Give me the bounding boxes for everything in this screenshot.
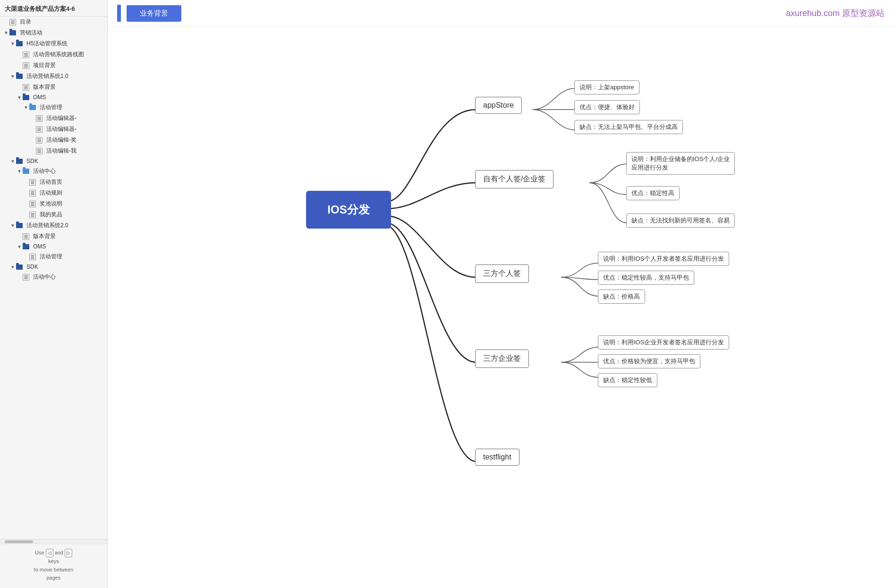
sidebar-item-9[interactable]: 活动编辑器- xyxy=(0,113,107,124)
leaf-3p-2: 优点：稳定性较高，支持马甲包 xyxy=(598,271,694,285)
sidebar-item-label-24: 活动中心 xyxy=(33,273,56,281)
sidebar-item-label-14: 活动中心 xyxy=(33,167,56,175)
sidebar-title: 大渠道业务线产品方案4-6 xyxy=(0,0,107,17)
leaf-own-3: 缺点：无法找到新的可用签名、容易 xyxy=(626,213,735,228)
branch-testflight: testflight xyxy=(475,449,519,466)
sidebar-item-20[interactable]: 版本背景 xyxy=(0,231,107,242)
leaf-own-2: 优点：稳定性高 xyxy=(626,186,680,200)
sidebar-item-label-19: 活动营销系统2.0 xyxy=(26,222,68,230)
sidebar-item-label-17: 奖池说明 xyxy=(40,200,62,208)
leaf-appstore-2: 优点：便捷、体验好 xyxy=(574,100,640,114)
leaf-3e-1: 说明：利用IOS企业开发者签名应用进行分发 xyxy=(598,335,729,349)
footer-and-label: and xyxy=(55,550,63,555)
sidebar-scroll[interactable]: 目录▼营销活动▼H5活动管理系统活动营销系统路线图项目背景▼活动营销系统1.0版… xyxy=(0,17,107,539)
leaf-3p-3: 缺点：价格高 xyxy=(598,290,645,304)
business-background-button[interactable]: 业务背景 xyxy=(127,5,181,22)
sidebar-item-label-3: 活动营销系统路线图 xyxy=(33,51,84,59)
branch-own-sign: 自有个人签/企业签 xyxy=(475,170,553,188)
sidebar-hscroll[interactable] xyxy=(0,539,107,544)
sidebar-item-label-15: 活动首页 xyxy=(40,178,62,186)
sidebar-item-label-5: 活动营销系统1.0 xyxy=(26,72,68,80)
sidebar-item-5[interactable]: ▼活动营销系统1.0 xyxy=(0,71,107,82)
center-node: IOS分发 xyxy=(306,191,391,229)
sidebar-item-1[interactable]: ▼营销活动 xyxy=(0,27,107,38)
sidebar-item-11[interactable]: 活动编辑-奖 xyxy=(0,135,107,145)
leaf-appstore-3: 缺点：无法上架马甲包、平台分成高 xyxy=(574,120,683,134)
sidebar-item-label-22: 活动管理 xyxy=(40,253,62,261)
header-blue-bar xyxy=(117,5,121,22)
leaf-3p-1: 说明：利用IOS个人开发者签名应用进行分发 xyxy=(598,252,729,266)
sidebar-item-label-20: 版本背景 xyxy=(33,232,56,240)
sidebar-item-label-10: 活动编辑器- xyxy=(46,125,77,133)
footer-keys-label: keys xyxy=(48,558,59,564)
sidebar-bottom: Use ◁ and ▷ keys to move between pages xyxy=(0,544,107,588)
sidebar-item-13[interactable]: ▼SDK xyxy=(0,156,107,166)
sidebar-item-label-7: OMS xyxy=(33,94,46,101)
main-content: 业务背景 axurehub.com 原型资源站 xyxy=(108,0,894,588)
leaf-3e-2: 优点：价格较为便宜，支持马甲包 xyxy=(598,354,700,368)
sidebar-item-21[interactable]: ▼OMS xyxy=(0,242,107,251)
next-key[interactable]: ▷ xyxy=(65,549,72,557)
sidebar-item-label-0: 目录 xyxy=(20,18,31,26)
sidebar-item-4[interactable]: 项目背景 xyxy=(0,60,107,71)
sidebar-item-23[interactable]: ▼SDK xyxy=(0,262,107,272)
sidebar-item-17[interactable]: 奖池说明 xyxy=(0,198,107,209)
sidebar-item-12[interactable]: 活动编辑-我 xyxy=(0,145,107,156)
sidebar-item-24[interactable]: 活动中心 xyxy=(0,272,107,282)
mindmap-canvas: IOS分发 appStore 说明：上架appstore 优点：便捷、体验好 缺… xyxy=(108,27,894,588)
prev-key[interactable]: ◁ xyxy=(46,549,53,557)
sidebar-item-0[interactable]: 目录 xyxy=(0,17,107,27)
sidebar-item-15[interactable]: 活动首页 xyxy=(0,177,107,187)
sidebar-item-label-16: 活动规则 xyxy=(40,189,62,197)
sidebar-item-16[interactable]: 活动规则 xyxy=(0,187,107,198)
sidebar: 大渠道业务线产品方案4-6 目录▼营销活动▼H5活动管理系统活动营销系统路线图项… xyxy=(0,0,108,588)
branch-3rd-enterprise: 三方企业签 xyxy=(475,349,529,368)
sidebar-item-label-23: SDK xyxy=(26,264,38,270)
sidebar-item-label-18: 我的奖品 xyxy=(40,211,62,219)
sidebar-hscroll-thumb xyxy=(5,540,33,543)
sidebar-item-7[interactable]: ▼OMS xyxy=(0,93,107,102)
sidebar-item-18[interactable]: 我的奖品 xyxy=(0,209,107,220)
sidebar-item-label-9: 活动编辑器- xyxy=(46,114,77,122)
sidebar-item-19[interactable]: ▼活动营销系统2.0 xyxy=(0,220,107,231)
sidebar-item-10[interactable]: 活动编辑器- xyxy=(0,124,107,135)
sidebar-item-label-1: 营销活动 xyxy=(20,29,43,37)
branch-3rd-personal: 三方个人签 xyxy=(475,264,529,283)
brand-text: axurehub.com 原型资源站 xyxy=(786,8,885,19)
sidebar-item-8[interactable]: ▼活动管理 xyxy=(0,102,107,113)
leaf-3e-3: 缺点：稳定性较低 xyxy=(598,373,657,387)
sidebar-item-14[interactable]: ▼活动中心 xyxy=(0,166,107,177)
main-header: 业务背景 axurehub.com 原型资源站 xyxy=(108,0,894,27)
footer-tomove-label: to move between xyxy=(34,567,74,572)
leaf-appstore-1: 说明：上架appstore xyxy=(574,80,639,94)
sidebar-item-6[interactable]: 版本背景 xyxy=(0,82,107,93)
leaf-own-1: 说明：利用企业储备的IOS个人/企业应用进行分发 xyxy=(626,152,735,175)
sidebar-item-3[interactable]: 活动营销系统路线图 xyxy=(0,49,107,60)
sidebar-item-22[interactable]: 活动管理 xyxy=(0,251,107,262)
sidebar-item-label-2: H5活动管理系统 xyxy=(26,40,68,48)
sidebar-item-label-8: 活动管理 xyxy=(40,103,62,111)
sidebar-item-label-6: 版本背景 xyxy=(33,83,56,91)
sidebar-item-label-4: 项目背景 xyxy=(33,61,56,69)
sidebar-item-label-11: 活动编辑-奖 xyxy=(46,136,77,144)
sidebar-item-label-21: OMS xyxy=(33,243,46,250)
sidebar-item-label-12: 活动编辑-我 xyxy=(46,147,77,155)
footer-use-label: Use xyxy=(35,550,44,555)
footer-pages-label: pages xyxy=(47,575,61,580)
branch-appstore: appStore xyxy=(475,97,522,114)
sidebar-item-label-13: SDK xyxy=(26,158,38,164)
sidebar-item-2[interactable]: ▼H5活动管理系统 xyxy=(0,38,107,49)
